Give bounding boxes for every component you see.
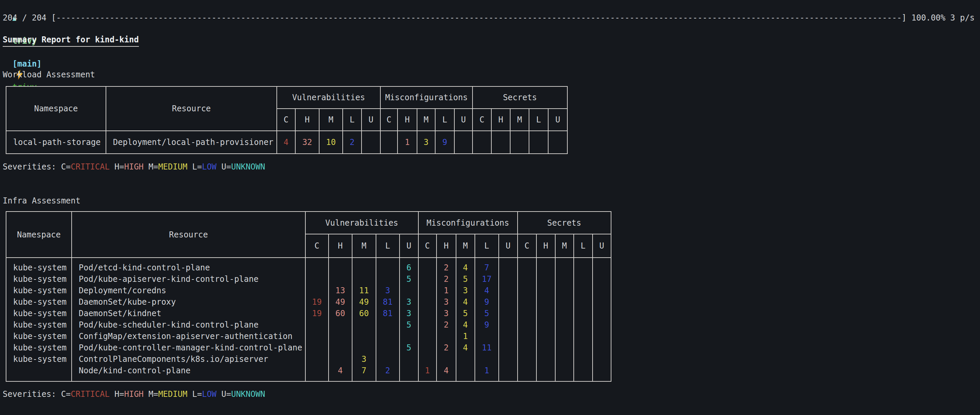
severity-count: 5 <box>400 273 418 285</box>
cell-line <box>574 262 592 273</box>
cell-line <box>419 342 436 353</box>
severity-count-value: 11 <box>482 343 492 353</box>
cell-line <box>419 319 436 331</box>
infra-heading: Infra Assessment <box>3 195 80 207</box>
legend-severity-name: CRITICAL <box>71 162 110 172</box>
infra-table: NamespaceResourceVulnerabilitiesMisconfi… <box>6 211 611 382</box>
severity-count-cell: 45345414 <box>456 258 475 382</box>
severity-count: 2 <box>437 319 456 331</box>
cell-line: local-path-storage <box>13 137 103 148</box>
severity-count-value: 5 <box>484 309 489 318</box>
cell-line <box>400 331 418 342</box>
severity-column-header: M <box>319 109 343 131</box>
severity-count-value: 3 <box>444 309 448 318</box>
severity-count-value: 81 <box>383 309 393 318</box>
report-title: Summary Report for kind-kind <box>3 34 139 47</box>
severity-count: 19 <box>306 296 328 308</box>
severity-count-value: 4 <box>444 366 448 375</box>
cell-line <box>329 262 352 273</box>
severity-count-cell: 7174959 11 1 <box>475 258 499 382</box>
cell-line <box>555 342 573 353</box>
severity-column-header: L <box>376 234 399 258</box>
severity-count-value: 4 <box>484 286 489 295</box>
cell-line <box>400 365 418 376</box>
severity-count: 1 <box>475 365 498 376</box>
severity-count-value: 9 <box>484 320 489 329</box>
severity-count-value: 3 <box>385 286 390 295</box>
legend-key: C= <box>61 390 71 399</box>
severity-count-value: 3 <box>424 138 428 147</box>
cell-line <box>555 365 573 376</box>
severity-count: 4 <box>457 296 474 308</box>
severity-count: 3 <box>437 308 456 319</box>
legend-key: H= <box>115 162 124 172</box>
severity-count-cell <box>380 131 398 154</box>
severity-count-value: 32 <box>302 138 312 147</box>
severity-column-header: C <box>277 109 295 131</box>
severity-column-header: M <box>510 109 529 131</box>
workload-heading: Workload Assessment <box>3 69 95 80</box>
severity-count-cell: 221332 2 4 <box>436 258 456 382</box>
severity-count: 1 <box>437 285 456 296</box>
cell-line <box>511 137 529 148</box>
severity-count-value: 4 <box>283 138 288 147</box>
severity-count-value: 3 <box>361 355 366 364</box>
severity-count: 9 <box>475 296 498 308</box>
cell-line: kube-system <box>13 331 68 342</box>
namespace-cell: local-path-storage <box>6 131 106 154</box>
column-header-namespace: Namespace <box>6 211 72 258</box>
legend-key: L= <box>192 162 202 172</box>
severity-count-value: 1 <box>463 332 468 341</box>
cell-line <box>593 331 611 342</box>
severity-count: 60 <box>352 308 375 319</box>
severity-count: 4 <box>277 137 295 148</box>
workload-table: NamespaceResourceVulnerabilitiesMisconfi… <box>6 86 568 154</box>
severity-count-cell: 1919 <box>305 258 329 382</box>
severity-count: 32 <box>296 137 319 148</box>
cell-line: Node/kind-control-plane <box>79 365 302 376</box>
severity-column-header: L <box>343 109 361 131</box>
cell-line <box>518 365 536 376</box>
legend-key: U= <box>221 390 231 399</box>
severity-count: 2 <box>343 137 361 148</box>
severity-count-value: 5 <box>463 274 468 284</box>
severity-count: 3 <box>400 296 418 308</box>
legend-severity-name: MEDIUM <box>158 162 187 172</box>
severity-column-header: L <box>529 109 548 131</box>
severity-column-header: H <box>295 109 319 131</box>
severity-count: 60 <box>329 308 352 319</box>
severity-count-cell <box>499 258 517 382</box>
severity-count-cell: 32 <box>295 131 319 154</box>
severity-count: 4 <box>329 365 352 376</box>
severity-count: 10 <box>320 137 342 148</box>
column-header-namespace: Namespace <box>6 86 106 131</box>
cell-line <box>499 365 517 376</box>
progress-text: 204 / 204 [-----------------------------… <box>3 13 975 22</box>
severity-count: 4 <box>475 285 498 296</box>
cell-line <box>306 273 328 285</box>
cell-line <box>574 273 592 285</box>
severity-count-value: 60 <box>335 309 345 318</box>
severity-column-header: C <box>418 234 436 258</box>
severity-count: 1 <box>398 137 417 148</box>
cell-line: DaemonSet/kube-proxy <box>79 296 302 308</box>
cell-line <box>537 296 555 308</box>
severity-column-header: U <box>454 109 473 131</box>
severity-count-cell: 65 335 5 <box>399 258 418 382</box>
severity-count: 4 <box>457 262 474 273</box>
severity-count: 3 <box>457 285 474 296</box>
severity-count-value: 2 <box>444 343 448 353</box>
cell-line <box>376 342 399 353</box>
severity-count: 2 <box>437 342 456 353</box>
severity-count: 81 <box>376 308 399 319</box>
severity-count: 3 <box>417 137 435 148</box>
cell-line <box>574 296 592 308</box>
severity-count-value: 49 <box>359 297 369 307</box>
cell-line: kube-system <box>13 273 68 285</box>
severity-count-cell: 3 <box>417 131 435 154</box>
cell-line <box>499 273 517 285</box>
severity-count: 7 <box>475 262 498 273</box>
cell-line <box>499 262 517 273</box>
severity-column-header: M <box>456 234 475 258</box>
severity-count-cell <box>548 131 567 154</box>
